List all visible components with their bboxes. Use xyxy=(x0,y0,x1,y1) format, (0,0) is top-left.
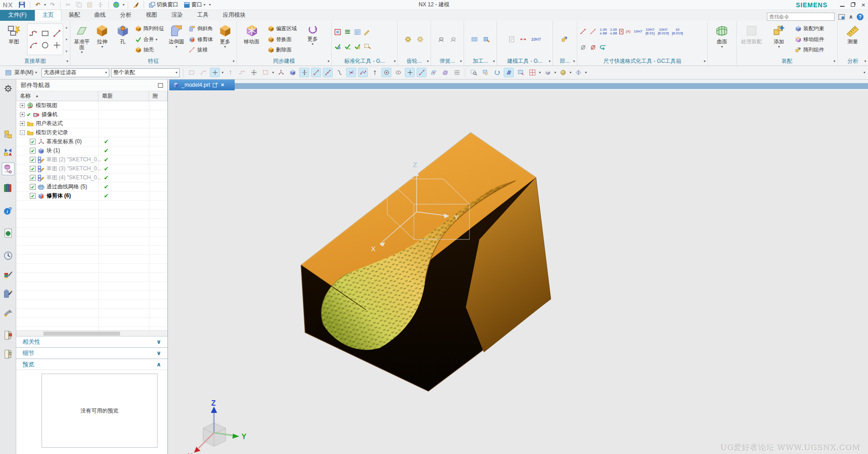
edge-blend-button[interactable]: 边倒圆▾ xyxy=(167,22,186,57)
bevel-gear-icon[interactable] xyxy=(416,35,425,43)
tree-row-model-history[interactable]: - 模型历史记录 xyxy=(16,128,167,137)
tree-row-datum-csys[interactable]: 基准坐标系 (0) ✔ xyxy=(16,137,167,146)
section-preview[interactable]: 预览∧ xyxy=(16,359,167,370)
machining-2-icon[interactable] xyxy=(482,35,491,43)
std-tool-1-icon[interactable] xyxy=(334,28,342,36)
switch-window-button[interactable]: 切换窗口 xyxy=(147,1,180,9)
palette-list-icon[interactable] xyxy=(2,348,14,360)
shell-button[interactable]: 抽壳 xyxy=(134,47,166,53)
std-tool-3-icon[interactable] xyxy=(353,28,362,36)
snap-move-icon[interactable] xyxy=(299,68,309,77)
tree-row-sketch-2[interactable]: 草图 (2) "SKETCH_0... ✔ xyxy=(16,155,167,164)
minimize-ribbon-icon[interactable]: ∧ xyxy=(849,14,853,20)
undo-dropdown-icon[interactable]: ▾ xyxy=(44,3,46,7)
resource-settings-icon[interactable] xyxy=(2,82,14,95)
point-tool[interactable] xyxy=(51,39,63,51)
history-icon[interactable] xyxy=(2,249,14,262)
reuse-library-icon[interactable] xyxy=(2,182,14,194)
palette-window-icon[interactable] xyxy=(2,329,14,342)
line-tool[interactable] xyxy=(51,28,63,39)
scroll-down-icon[interactable]: ▾ xyxy=(65,37,67,42)
sketch-button[interactable]: 草图 xyxy=(2,22,26,57)
surface-button[interactable]: 曲面▾ xyxy=(710,22,734,57)
rotate-view-icon[interactable] xyxy=(492,68,502,77)
process-studio-icon[interactable] xyxy=(2,268,14,281)
std-tool-8-icon[interactable] xyxy=(363,42,372,51)
tab-tools[interactable]: 工具 xyxy=(190,10,216,21)
column-name[interactable]: 名称▲ xyxy=(16,91,98,101)
feature-more-button[interactable]: 更多▾ xyxy=(215,22,234,57)
rect-select-icon[interactable] xyxy=(260,68,270,77)
constraint-navigator-icon[interactable] xyxy=(2,145,14,158)
group-label[interactable]: 特征▾ xyxy=(70,57,236,66)
snap-point-enable-icon[interactable] xyxy=(210,68,220,77)
circle-tool[interactable] xyxy=(39,39,51,51)
tab-analysis[interactable]: 分析 xyxy=(113,10,139,21)
feature-checkbox[interactable] xyxy=(30,166,36,172)
snap-ellipse-icon[interactable] xyxy=(393,68,403,77)
toolbar-overflow-icon[interactable]: ▾ xyxy=(863,70,865,75)
std-tool-2-icon[interactable] xyxy=(343,28,352,36)
dim-diam-icon[interactable] xyxy=(579,43,588,51)
dim-chip-2[interactable]: 1.00±.88 xyxy=(609,27,618,36)
tree-row-trim-body[interactable]: 修剪体 (6) ✔ xyxy=(16,192,167,201)
dim-chip-x[interactable]: X xyxy=(619,29,623,34)
save-icon[interactable] xyxy=(18,1,27,9)
column-extra[interactable]: 附 xyxy=(149,91,167,101)
datum-plane-button[interactable]: 基准平面▾ xyxy=(72,22,91,57)
cylinder-gear-icon[interactable] xyxy=(404,35,413,43)
chevron-down-icon[interactable]: ▾ xyxy=(585,70,587,75)
group-label[interactable]: 标准化工具 - G...▾ xyxy=(332,57,398,66)
std-tool-5-icon[interactable] xyxy=(334,42,342,51)
dim-return-icon[interactable] xyxy=(599,43,608,51)
snap-center-icon[interactable] xyxy=(381,68,391,77)
scrollbar-thumb[interactable] xyxy=(43,332,120,336)
hole-button[interactable]: 孔 xyxy=(113,22,132,57)
chevron-down-icon[interactable]: ▾ xyxy=(570,70,571,75)
help-icon[interactable]: ? xyxy=(857,14,863,20)
copy-icon[interactable] xyxy=(74,1,84,9)
select-all-icon[interactable] xyxy=(186,68,196,77)
section-dependencies[interactable]: 相关性∨ xyxy=(16,336,167,347)
tree-row-model-views[interactable]: + 模型视图 xyxy=(16,101,167,110)
snap-existing-point-icon[interactable] xyxy=(417,68,427,77)
group-label[interactable]: 部...▾ xyxy=(553,57,577,66)
dim-chip-10h7c[interactable]: 10H7[8.019] xyxy=(657,27,669,36)
feature-checkbox[interactable] xyxy=(30,184,36,190)
snap-endpoint-icon[interactable] xyxy=(311,68,321,77)
draft-button[interactable]: 拔模 xyxy=(187,47,214,53)
part-navigator-icon[interactable] xyxy=(2,163,14,175)
snap-spline-icon[interactable] xyxy=(358,68,368,77)
search-input[interactable] xyxy=(769,14,833,19)
window-tile-icon[interactable] xyxy=(527,68,537,77)
tree-row-user-expressions[interactable]: + 用户表达式 xyxy=(16,119,167,128)
group-label[interactable]: 建模工具 - G...▾ xyxy=(497,57,552,66)
tree-row-block[interactable]: 块 (1) ✔ xyxy=(16,146,167,155)
snap-dropdown-icon[interactable]: ▾ xyxy=(222,70,223,75)
snap-grid-icon[interactable] xyxy=(452,68,462,77)
expand-toggle[interactable]: + xyxy=(20,103,25,108)
tab-close-icon[interactable]: × xyxy=(221,82,224,88)
expand-toggle[interactable]: + xyxy=(20,121,25,126)
pattern-feature-button[interactable]: 阵列特征 xyxy=(134,25,166,32)
tab-application[interactable]: 应用模块 xyxy=(216,10,253,21)
extrude-button[interactable]: 拉伸▾ xyxy=(93,22,111,57)
dimension-icon[interactable] xyxy=(519,35,528,43)
window-menu-button[interactable]: 窗口 ▾ xyxy=(182,1,207,9)
web-browser-icon[interactable] xyxy=(2,227,14,239)
feature-checkbox[interactable] xyxy=(30,175,36,181)
group-label[interactable]: 弹簧...▾ xyxy=(431,57,464,66)
group-label[interactable]: 分析▾ xyxy=(838,57,868,66)
snap-rollover-icon[interactable] xyxy=(225,68,235,77)
tree-row-through-curve-mesh[interactable]: 通过曲线网格 (5) ✔ xyxy=(16,183,167,192)
manufacturing-wizard-icon[interactable] xyxy=(2,287,14,300)
std-tool-4-icon[interactable] xyxy=(363,28,372,36)
group-label[interactable]: 装配▾ xyxy=(737,57,837,66)
pattern-component-button[interactable]: 阵列组件 xyxy=(794,47,826,53)
tab-home[interactable]: 主页 xyxy=(35,9,61,21)
feature-checkbox[interactable] xyxy=(30,193,36,199)
dim-chip-xp[interactable]: (X) xyxy=(625,29,631,34)
tab-view[interactable]: 视图 xyxy=(139,10,164,21)
qat-overflow-icon[interactable]: ▾ xyxy=(209,3,211,7)
brush-icon[interactable] xyxy=(131,1,140,9)
